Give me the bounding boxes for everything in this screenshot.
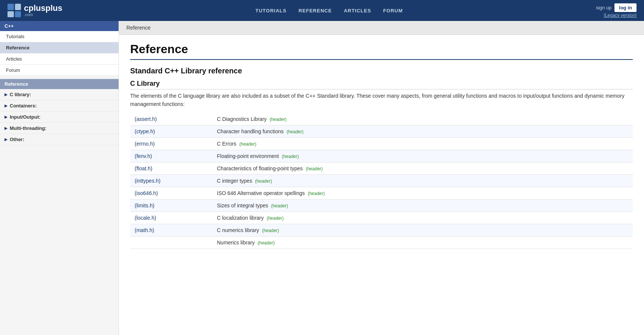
ref-link-1[interactable]: (ctype.h) bbox=[135, 128, 155, 134]
table-row: (inttypes.h) C integer types (header) bbox=[130, 174, 633, 187]
ref-cell-desc: C integer types (header) bbox=[212, 174, 633, 187]
ref-desc-6: ISO 646 Alternative operator spellings bbox=[217, 190, 305, 196]
sidebar: C++ Tutorials Reference Articles Forum R… bbox=[0, 21, 119, 335]
sidebar-tree-label-1: Containers: bbox=[10, 103, 37, 109]
main-content: Reference Standard C++ Library reference… bbox=[119, 35, 644, 335]
ref-cell-link: (iso646.h) bbox=[130, 187, 212, 199]
main-area: Reference Reference Standard C++ Library… bbox=[119, 21, 644, 335]
reference-table: (assert.h) C Diagnostics Library (header… bbox=[130, 113, 633, 249]
sidebar-tree-threading[interactable]: ▶ Multi-threading: bbox=[0, 123, 119, 134]
ref-cell-link: (assert.h) bbox=[130, 113, 212, 125]
sign-up-link[interactable]: sign up bbox=[596, 5, 611, 10]
ref-cell-desc: ISO 646 Alternative operator spellings (… bbox=[212, 187, 633, 199]
main-nav: TUTORIALS REFERENCE ARTICLES FORUM bbox=[255, 8, 403, 13]
c-library-desc: The elements of the C language library a… bbox=[130, 92, 633, 109]
sidebar-item-forum[interactable]: Forum bbox=[0, 65, 119, 76]
ref-tag-8: (header) bbox=[267, 216, 283, 221]
table-row: Numerics library (header) bbox=[130, 236, 633, 249]
ref-cell-link: (locale.h) bbox=[130, 211, 212, 224]
logo-sub: .com bbox=[24, 12, 62, 17]
ref-tag-9: (header) bbox=[262, 228, 279, 233]
log-in-button[interactable]: log in bbox=[614, 3, 637, 12]
table-row: (float.h) Characteristics of floating-po… bbox=[130, 162, 633, 174]
ref-desc-2: C Errors bbox=[217, 141, 236, 147]
ref-cell-link: (fenv.h) bbox=[130, 150, 212, 162]
ref-link-9[interactable]: (math.h) bbox=[135, 227, 154, 233]
sidebar-tree-label-3: Multi-threading: bbox=[10, 125, 46, 131]
logo-title[interactable]: cplusplus bbox=[24, 4, 62, 12]
ref-link-4[interactable]: (float.h) bbox=[135, 165, 152, 171]
ref-cell-desc: C Diagnostics Library (header) bbox=[212, 113, 633, 125]
ref-tag-1: (header) bbox=[286, 129, 303, 134]
tree-arrow-icon-1: ▶ bbox=[4, 104, 7, 108]
ref-desc-7: Sizes of integral types bbox=[217, 202, 268, 208]
ref-link-0[interactable]: (assert.h) bbox=[135, 116, 157, 122]
ref-link-2[interactable]: (errno.h) bbox=[135, 141, 155, 147]
sidebar-tree-c-library[interactable]: ▶ C library: bbox=[0, 89, 119, 100]
ref-cell-desc: Sizes of integral types (header) bbox=[212, 199, 633, 211]
ref-cell-link: (math.h) bbox=[130, 224, 212, 236]
logo-cell-1 bbox=[7, 4, 14, 10]
ref-link-6[interactable]: (iso646.h) bbox=[135, 190, 158, 196]
header-right: sign up log in [Legacy version] bbox=[596, 3, 637, 18]
ref-cell-link: (ctype.h) bbox=[130, 125, 212, 137]
ref-link-3[interactable]: (fenv.h) bbox=[135, 153, 152, 159]
ref-tag-2: (header) bbox=[239, 141, 256, 147]
logo-cell-4 bbox=[15, 11, 21, 18]
breadcrumb-text: Reference bbox=[126, 25, 151, 31]
ref-desc-0: C Diagnostics Library bbox=[217, 116, 267, 122]
ref-cell-desc: C Errors (header) bbox=[212, 137, 633, 150]
logo-icon bbox=[7, 4, 21, 17]
tree-arrow-icon-2: ▶ bbox=[4, 115, 7, 119]
ref-cell-link: (float.h) bbox=[130, 162, 212, 174]
ref-link-8[interactable]: (locale.h) bbox=[135, 215, 156, 221]
legacy-version-link[interactable]: [Legacy version] bbox=[604, 13, 637, 18]
sidebar-tree-io[interactable]: ▶ Input/Output: bbox=[0, 112, 119, 123]
ref-link-5[interactable]: (inttypes.h) bbox=[135, 178, 160, 184]
ref-desc-3: Floating-point environment bbox=[217, 153, 279, 159]
sidebar-item-articles[interactable]: Articles bbox=[0, 54, 119, 65]
ref-tag-7: (header) bbox=[271, 203, 288, 208]
logo-cell-3 bbox=[7, 11, 14, 18]
table-row: (errno.h) C Errors (header) bbox=[130, 137, 633, 150]
nav-forum[interactable]: FORUM bbox=[383, 8, 403, 13]
sidebar-item-tutorials[interactable]: Tutorials bbox=[0, 31, 119, 42]
ref-tag-5: (header) bbox=[255, 179, 272, 184]
ref-link-7[interactable]: (limits.h) bbox=[135, 202, 154, 208]
table-row: (limits.h) Sizes of integral types (head… bbox=[130, 199, 633, 211]
ref-cell-desc: Characteristics of floating-point types … bbox=[212, 162, 633, 174]
tree-arrow-icon-3: ▶ bbox=[4, 126, 7, 130]
ref-tag-0: (header) bbox=[270, 117, 286, 122]
sidebar-tree-label-2: Input/Output: bbox=[10, 114, 40, 120]
ref-cell-link: (limits.h) bbox=[130, 199, 212, 211]
ref-desc-5: C integer types bbox=[217, 178, 252, 184]
ref-tag-6: (header) bbox=[308, 191, 325, 196]
ref-desc-9: C numerics library bbox=[217, 227, 259, 233]
sidebar-section-reference: Reference bbox=[0, 79, 119, 89]
nav-articles[interactable]: ARTICLES bbox=[344, 8, 371, 13]
layout: C++ Tutorials Reference Articles Forum R… bbox=[0, 21, 644, 335]
ref-cell-desc: C localization library (header) bbox=[212, 211, 633, 224]
ref-cell-desc: Character handling functions (header) bbox=[212, 125, 633, 137]
logo-text-area: cplusplus .com bbox=[24, 4, 62, 17]
ref-desc-8: C localization library bbox=[217, 215, 264, 221]
header-auth: sign up log in bbox=[596, 3, 637, 12]
sidebar-tree-other[interactable]: ▶ Other: bbox=[0, 134, 119, 145]
section-title: Standard C++ Library reference bbox=[130, 67, 633, 75]
table-row: (ctype.h) Character handling functions (… bbox=[130, 125, 633, 137]
nav-reference[interactable]: REFERENCE bbox=[298, 8, 332, 13]
ref-cell-desc: C numerics library (header) bbox=[212, 224, 633, 236]
sidebar-section-cxx: C++ bbox=[0, 21, 119, 31]
ref-cell-link: (errno.h) bbox=[130, 137, 212, 150]
page-title: Reference bbox=[130, 42, 633, 60]
sidebar-tree-containers[interactable]: ▶ Containers: bbox=[0, 100, 119, 112]
table-row: (assert.h) C Diagnostics Library (header… bbox=[130, 113, 633, 125]
ref-desc-1: Character handling functions bbox=[217, 128, 283, 134]
table-row: (fenv.h) Floating-point environment (hea… bbox=[130, 150, 633, 162]
nav-tutorials[interactable]: TUTORIALS bbox=[255, 8, 286, 13]
logo-cell-2 bbox=[15, 4, 21, 10]
sidebar-item-reference[interactable]: Reference bbox=[0, 42, 119, 54]
c-library-title: C Library bbox=[130, 80, 633, 89]
sidebar-tree-label-4: Other: bbox=[10, 137, 24, 142]
ref-desc-4: Characteristics of floating-point types bbox=[217, 165, 303, 171]
